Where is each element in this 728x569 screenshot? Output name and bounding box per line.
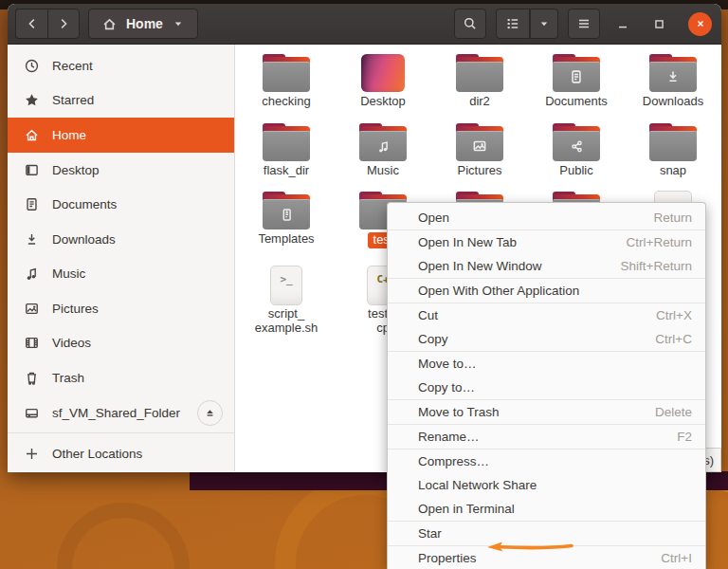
eject-icon [203,406,217,420]
desktop-folder-icon [361,54,405,92]
item-label: checking [262,95,310,109]
document-emblem-icon [568,68,585,85]
folder-icon [263,54,310,92]
folder-item[interactable]: Music [335,121,431,190]
sidebar-item-label: Documents [52,197,117,211]
search-button[interactable] [454,9,486,39]
sidebar-item-music[interactable]: Music [8,256,234,291]
document-icon [24,196,40,212]
sidebar-item-label: sf_VM_Shared_Folder [52,406,180,420]
photo-emblem-icon [471,138,488,155]
sidebar-item-desktop[interactable]: Desktop [8,153,234,188]
item-label: script_ example.sh [255,307,318,335]
menu-item-open-in-terminal[interactable]: Open in Terminal [388,497,705,521]
folder-icon [553,123,600,161]
shortcut: Shift+Return [621,259,692,273]
menu-item-move-to[interactable]: Move to… [388,352,705,376]
folder-item[interactable]: Templates [238,190,335,265]
eject-button[interactable] [197,400,223,426]
folder-item[interactable]: checking [238,52,335,121]
list-view-button[interactable] [496,9,530,39]
folder-item[interactable]: snap [625,121,721,190]
item-label: Templates [258,232,314,247]
menu-item-open-in-new-window[interactable]: Open In New WindowShift+Return [388,254,705,278]
menu-item-local-network-share[interactable]: Local Network Share [388,473,705,497]
folder-icon [263,123,310,161]
forward-button[interactable] [47,9,80,39]
item-label: Pictures [458,164,502,178]
sidebar-item-pictures[interactable]: Pictures [8,291,234,326]
folder-item[interactable]: Public [528,121,625,190]
close-button[interactable] [688,12,712,36]
drive-icon [24,405,40,421]
sidebar-item-documents[interactable]: Documents [8,187,234,222]
folder-icon [553,54,600,92]
menu-item-open-with-other-application[interactable]: Open With Other Application [388,279,705,303]
sidebar-item-starred[interactable]: Starred [8,83,234,119]
menu-item-move-to-trash[interactable]: Move to TrashDelete [388,400,705,424]
folder-item[interactable]: Desktop [335,52,431,121]
menu-item-rename[interactable]: Rename…F2 [388,425,705,449]
sidebar-item-recent[interactable]: Recent [8,48,234,83]
back-button[interactable] [15,9,47,39]
sidebar-item-label: Recent [52,59,93,73]
menu-item-cut[interactable]: CutCtrl+X [388,303,705,327]
minimize-button[interactable] [615,16,630,31]
menu-item-compress[interactable]: Compress… [388,450,705,473]
hamburger-menu-button[interactable] [568,9,600,39]
item-label: Documents [545,95,608,109]
menu-item-open[interactable]: OpenReturn [388,206,705,229]
sidebar-item-label: Home [52,128,86,142]
sidebar-item-videos[interactable]: Videos [8,326,234,361]
close-icon [694,17,707,30]
item-label: Downloads [643,95,703,109]
sidebar: Recent Starred Home Desktop Documents Do… [8,45,235,471]
shortcut: Ctrl+Return [627,235,692,249]
music-note-icon [24,266,40,282]
folder-icon [456,123,503,161]
sidebar-item-label: Downloads [52,232,116,247]
file-item[interactable]: >_ script_ example.sh [238,265,335,355]
sidebar-item-shared-folder[interactable]: sf_VM_Shared_Folder [8,395,234,431]
folder-item[interactable]: Downloads [625,52,721,121]
sidebar-item-label: Trash [52,371,84,385]
folder-item[interactable]: flask_dir [238,121,335,190]
shortcut: Delete [655,405,692,419]
view-toggle-group [496,9,558,39]
folder-item[interactable]: dir2 [431,52,528,121]
folder-item[interactable]: Pictures [431,121,528,190]
trash-icon [24,370,40,386]
shortcut: Return [653,211,692,225]
folder-icon [456,54,503,92]
download-icon [24,231,40,248]
item-label: snap [660,164,686,178]
chevron-left-icon [25,16,40,31]
chevron-down-icon [172,17,185,30]
menu-item-open-in-new-tab[interactable]: Open In New TabCtrl+Return [388,230,705,254]
clock-icon [24,58,40,74]
menu-item-copy[interactable]: CopyCtrl+C [388,327,705,351]
view-options-button[interactable] [530,9,558,39]
sidebar-item-other-locations[interactable]: Other Locations [8,436,234,471]
sidebar-separator [8,432,234,433]
maximize-button[interactable] [652,17,666,31]
sidebar-item-home[interactable]: Home [8,118,234,153]
shortcut: Ctrl+C [655,332,692,346]
menu-item-copy-to[interactable]: Copy to… [388,376,705,399]
template-emblem-icon [279,207,295,223]
sidebar-item-label: Videos [52,336,91,350]
item-label: dir2 [469,95,490,109]
sidebar-item-label: Other Locations [52,447,142,461]
titlebar[interactable]: Home [8,4,721,45]
folder-item[interactable]: Documents [528,52,625,121]
star-icon [24,92,40,108]
folder-icon [649,54,697,92]
nav-button-group [15,9,80,39]
music-emblem-icon [375,138,391,155]
window-controls [615,12,712,36]
annotation-arrow-icon [484,540,575,555]
hamburger-icon [576,16,592,31]
sidebar-item-downloads[interactable]: Downloads [8,222,234,257]
path-bar-home-button[interactable]: Home [88,9,198,39]
sidebar-item-trash[interactable]: Trash [8,360,234,395]
